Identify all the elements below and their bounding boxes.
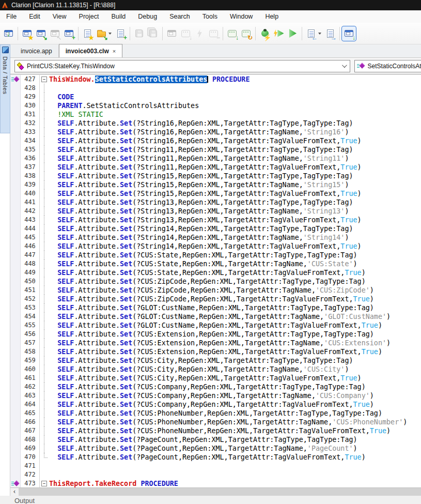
toolbar-new-application-button[interactable]: ★ xyxy=(20,26,34,41)
menu-item-project[interactable]: Project xyxy=(73,11,105,22)
toolbar-open-application-button[interactable]: ↘ xyxy=(34,26,48,41)
toolbar-build-button[interactable] xyxy=(193,26,207,41)
sidebar-tab-data-tables[interactable]: Data / Tables xyxy=(0,44,10,133)
menu-item-edit[interactable]: Edit xyxy=(23,11,46,22)
code-line-455[interactable]: 455 SELF.Attribute.Set(?GLOT:CustName,Re… xyxy=(10,321,421,330)
code-line-435[interactable]: 435 SELF.Attribute.Set(?String11,RepGen:… xyxy=(10,145,421,154)
code-line-448[interactable]: 448 SELF.Attribute.Set(?CUS:State,RepGen… xyxy=(10,259,421,268)
tab-invoice-app[interactable]: invoice.app xyxy=(14,45,59,57)
code-line-460[interactable]: 460 SELF.Attribute.Set(?CUS:City,RepGen:… xyxy=(10,365,421,374)
toolbar-sync-document-button[interactable]: ↓ xyxy=(342,26,356,41)
code-line-447[interactable]: 447 SELF.Attribute.Set(?CUS:State,RepGen… xyxy=(10,251,421,259)
tab-close-icon[interactable]: × xyxy=(113,48,116,54)
dropdown-caret-icon[interactable] xyxy=(318,33,321,35)
code-line-440[interactable]: 440 SELF.Attribute.Set(?String15,RepGen:… xyxy=(10,189,421,198)
code-line-438[interactable]: 438 SELF.Attribute.Set(?String15,RepGen:… xyxy=(10,172,421,180)
code-line-468[interactable]: 468 SELF.Attribute.Set(?PageCount,RepGen… xyxy=(10,435,421,444)
code-line-466[interactable]: 466 SELF.Attribute.Set(?CUS:PhoneNumber,… xyxy=(10,418,421,426)
toolbar-navigate-forward-button[interactable]: → xyxy=(323,26,337,41)
code-line-456[interactable]: 456 SELF.Attribute.Set(?CUS:Extension,Re… xyxy=(10,330,421,339)
code-line-442[interactable]: 442 SELF.Attribute.Set(?String13,RepGen:… xyxy=(10,207,421,216)
code-line-457[interactable]: 457 SELF.Attribute.Set(?CUS:Extension,Re… xyxy=(10,339,421,347)
toolbar-window-properties-button[interactable] xyxy=(165,26,179,41)
toolbar-import-application-button[interactable]: ↓ xyxy=(2,26,15,41)
code-line-427[interactable]: 427−ThisWindow.SetStaticControlsAttribut… xyxy=(10,75,421,84)
code-line-453[interactable]: 453 SELF.Attribute.Set(?GLOT:CustName,Re… xyxy=(10,303,421,312)
tab-invoice003-clw[interactable]: invoice003.clw× xyxy=(59,44,122,57)
toolbar-separator xyxy=(302,27,302,40)
code-editor[interactable]: 427−ThisWindow.SetStaticControlsAttribut… xyxy=(10,74,421,496)
code-line-465[interactable]: 465 SELF.Attribute.Set(?CUS:PhoneNumber,… xyxy=(10,409,421,418)
code-line-461[interactable]: 461 SELF.Attribute.Set(?CUS:City,RepGen:… xyxy=(10,374,421,383)
code-line-472[interactable]: 472 xyxy=(10,470,421,479)
toolbar-run-button[interactable] xyxy=(286,26,300,41)
code-line-450[interactable]: 450 SELF.Attribute.Set(?CUS:ZipCode,RepG… xyxy=(10,277,421,286)
code-line-451[interactable]: 451 SELF.Attribute.Set(?CUS:ZipCode,RepG… xyxy=(10,286,421,295)
code-line-445[interactable]: 445 SELF.Attribute.Set(?String14,RepGen:… xyxy=(10,233,421,242)
code-line-430[interactable]: 430 PARENT.SetStaticControlsAttributes xyxy=(10,101,421,110)
toolbar-navigate-back-button[interactable]: ← xyxy=(304,26,318,41)
menu-item-help[interactable]: Help xyxy=(259,11,285,22)
toolbar-save-button[interactable] xyxy=(132,26,146,41)
scrollbar-track[interactable] xyxy=(19,488,421,496)
toolbar-build-and-run-button[interactable] xyxy=(272,26,286,41)
type-navigator-dropdown[interactable]: PrintCUS:StateKey.ThisWindow xyxy=(14,60,350,72)
menu-item-debug[interactable]: Debug xyxy=(132,11,163,22)
toolbar-generate-all-button[interactable]: ↓ xyxy=(225,26,239,41)
code-line-470[interactable]: 470 SELF.Attribute.Set(?PageCount,RepGen… xyxy=(10,453,421,462)
code-line-443[interactable]: 443 SELF.Attribute.Set(?String13,RepGen:… xyxy=(10,216,421,224)
chevron-down-icon[interactable] xyxy=(342,63,347,68)
toolbar-new-file-button[interactable]: ★ xyxy=(81,26,95,41)
output-panel-label[interactable]: Output xyxy=(14,497,35,504)
code-line-473[interactable]: 473−ThisReport.TakeRecord PROCEDURE xyxy=(10,479,421,487)
toolbar-cancel-generate-button[interactable]: − xyxy=(207,26,221,41)
dropdown-caret-icon[interactable] xyxy=(108,33,112,35)
fold-collapse-toggle[interactable]: − xyxy=(41,77,47,82)
code-line-437[interactable]: 437 SELF.Attribute.Set(?String11,RepGen:… xyxy=(10,163,421,172)
menu-item-window[interactable]: Window xyxy=(224,11,259,22)
toolbar-save-all-button[interactable] xyxy=(146,26,160,41)
code-line-444[interactable]: 444 SELF.Attribute.Set(?String14,RepGen:… xyxy=(10,224,421,233)
code-line-434[interactable]: 434 SELF.Attribute.Set(?String16,RepGen:… xyxy=(10,136,421,145)
code-line-471[interactable]: 471 xyxy=(10,462,421,470)
menu-item-build[interactable]: Build xyxy=(105,11,132,22)
fold-collapse-toggle[interactable]: − xyxy=(41,481,47,486)
code-line-441[interactable]: 441 SELF.Attribute.Set(?String13,RepGen:… xyxy=(10,198,421,207)
member-navigator-dropdown[interactable]: SetStaticControlsAttributes xyxy=(354,60,421,72)
menu-item-view[interactable]: View xyxy=(46,11,73,22)
toolbar-export-application-button[interactable]: ↖ xyxy=(48,26,62,41)
code-line-452[interactable]: 452 SELF.Attribute.Set(?CUS:ZipCode,RepG… xyxy=(10,295,421,303)
code-line-463[interactable]: 463 SELF.Attribute.Set(?CUS:Company,RepG… xyxy=(10,391,421,400)
code-line-469[interactable]: 469 SELF.Attribute.Set(?PageCount,RepGen… xyxy=(10,444,421,453)
code-token xyxy=(49,93,57,101)
code-line-436[interactable]: 436 SELF.Attribute.Set(?String11,RepGen:… xyxy=(10,154,421,163)
toolbar-add-file-button[interactable]: + xyxy=(114,26,128,41)
code-line-439[interactable]: 439 SELF.Attribute.Set(?String15,RepGen:… xyxy=(10,180,421,189)
fold-gutter-cell xyxy=(40,347,49,356)
toolbar-add-application-button[interactable]: + xyxy=(62,26,76,41)
toolbar-generate-button[interactable]: ↓ xyxy=(179,26,193,41)
code-token: Set xyxy=(120,409,132,417)
menu-item-tools[interactable]: Tools xyxy=(196,11,224,22)
toolbar-debug-button[interactable]: ⚡ xyxy=(258,26,272,41)
code-line-433[interactable]: 433 SELF.Attribute.Set(?String16,RepGen:… xyxy=(10,128,421,136)
menu-item-search[interactable]: Search xyxy=(163,11,196,22)
toolbar-open-file-button[interactable]: ↘ xyxy=(95,26,108,41)
code-line-428[interactable]: 428 xyxy=(10,84,421,93)
code-line-462[interactable]: 462 SELF.Attribute.Set(?CUS:Company,RepG… xyxy=(10,383,421,391)
code-line-449[interactable]: 449 SELF.Attribute.Set(?CUS:State,RepGen… xyxy=(10,268,421,277)
code-line-432[interactable]: 432 SELF.Attribute.Set(?String16,RepGen:… xyxy=(10,119,421,128)
code-line-446[interactable]: 446 SELF.Attribute.Set(?String14,RepGen:… xyxy=(10,242,421,251)
code-line-459[interactable]: 459 SELF.Attribute.Set(?CUS:City,RepGen:… xyxy=(10,356,421,365)
code-line-429[interactable]: 429 CODE xyxy=(10,93,421,101)
toolbar-generate-refresh-button[interactable]: ↻ xyxy=(239,26,253,41)
code-token: Set xyxy=(120,304,132,312)
code-line-454[interactable]: 454 SELF.Attribute.Set(?GLOT:CustName,Re… xyxy=(10,312,421,321)
horizontal-scrollbar[interactable]: ‹ xyxy=(10,487,421,496)
scroll-left-button[interactable]: ‹ xyxy=(10,488,19,496)
code-line-467[interactable]: 467 SELF.Attribute.Set(?CUS:PhoneNumber,… xyxy=(10,426,421,435)
menu-item-file[interactable]: File xyxy=(0,11,23,22)
code-line-431[interactable]: 431 !XML STATIC xyxy=(10,110,421,119)
code-line-458[interactable]: 458 SELF.Attribute.Set(?CUS:Extension,Re… xyxy=(10,347,421,356)
code-line-464[interactable]: 464 SELF.Attribute.Set(?CUS:Company,RepG… xyxy=(10,400,421,409)
